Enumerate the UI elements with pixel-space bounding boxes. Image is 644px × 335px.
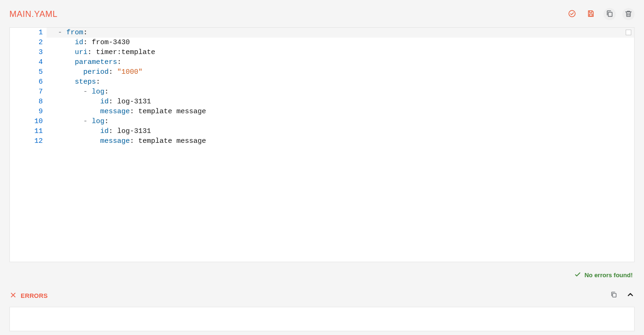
header-actions: [566, 8, 635, 20]
validation-status: No errors found!: [9, 262, 635, 280]
code-editor[interactable]: 123456789101112 - from: id: from-3430 ur…: [9, 27, 635, 262]
line-number: 4: [10, 57, 47, 67]
svg-rect-1: [589, 14, 592, 16]
code-line[interactable]: - from:: [47, 28, 634, 38]
code-line[interactable]: - log:: [58, 117, 634, 126]
line-number: 5: [10, 67, 47, 77]
close-icon[interactable]: [9, 291, 17, 300]
code-line[interactable]: parameters:: [58, 57, 634, 67]
errors-actions: [610, 290, 635, 301]
line-number: 7: [10, 87, 47, 97]
errors-copy-button[interactable]: [610, 291, 618, 300]
code-line[interactable]: period: "1000": [58, 67, 634, 77]
code-line[interactable]: message: template message: [58, 107, 634, 117]
line-number: 9: [10, 107, 47, 117]
line-number: 3: [10, 47, 47, 57]
errors-title: ERRORS: [21, 292, 48, 299]
code-line[interactable]: - log:: [58, 87, 634, 97]
check-circle-icon: [568, 9, 576, 19]
trash-icon: [624, 9, 633, 19]
errors-collapse-button[interactable]: [626, 290, 635, 301]
code-line[interactable]: uri: timer:template: [58, 47, 634, 57]
errors-title-group: ERRORS: [9, 291, 48, 300]
header-bar: MAIN.YAML: [9, 6, 635, 23]
file-title: MAIN.YAML: [9, 9, 57, 19]
errors-panel-body[interactable]: [9, 307, 635, 331]
copy-icon: [605, 9, 614, 19]
code-line[interactable]: steps:: [58, 77, 634, 87]
line-number: 11: [10, 126, 47, 136]
code-line[interactable]: id: from-3430: [58, 38, 634, 47]
errors-panel-header: ERRORS: [9, 290, 635, 301]
svg-rect-3: [612, 293, 616, 297]
svg-rect-2: [608, 12, 612, 16]
code-line[interactable]: id: log-3131: [58, 97, 634, 107]
fold-handle[interactable]: [626, 30, 631, 35]
line-number: 2: [10, 38, 47, 47]
line-number: 12: [10, 136, 47, 146]
save-icon: [587, 9, 595, 19]
validation-status-label: No errors found!: [584, 272, 633, 279]
line-number: 8: [10, 97, 47, 107]
check-icon: [574, 271, 581, 280]
validate-button[interactable]: [566, 8, 578, 20]
delete-button[interactable]: [622, 8, 635, 20]
line-number-gutter: 123456789101112: [10, 28, 47, 262]
save-button[interactable]: [585, 8, 597, 20]
svg-point-0: [569, 10, 575, 17]
code-line[interactable]: id: log-3131: [58, 126, 634, 136]
copy-button[interactable]: [604, 8, 616, 20]
code-line[interactable]: message: template message: [58, 136, 634, 146]
line-number: 10: [10, 117, 47, 126]
line-number: 6: [10, 77, 47, 87]
line-number: 1: [10, 28, 47, 38]
code-area[interactable]: - from: id: from-3430 uri: timer:templat…: [47, 28, 634, 262]
